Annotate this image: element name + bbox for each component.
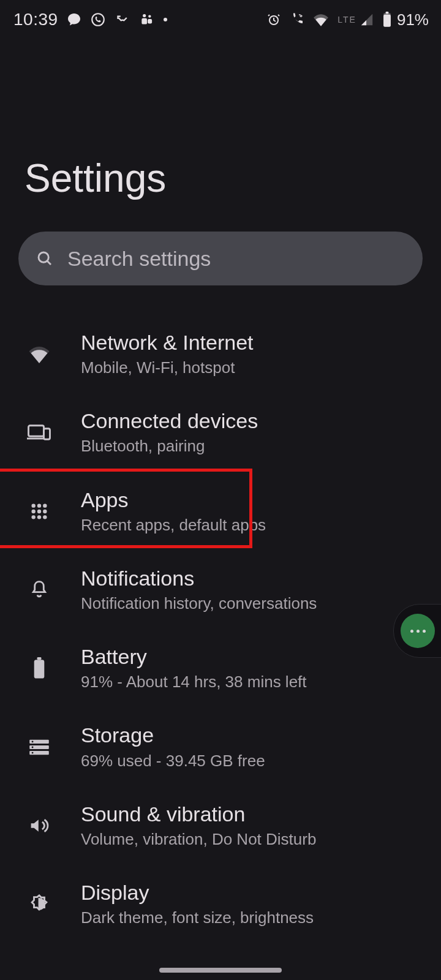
wifi-calling-icon: [290, 12, 304, 27]
item-title: Notifications: [81, 567, 317, 590]
svg-point-1: [143, 14, 146, 17]
wifi-icon: [313, 13, 329, 26]
settings-item-storage[interactable]: Storage 69% used - 39.45 GB free: [0, 707, 441, 786]
item-subtitle: Mobile, Wi-Fi, hotspot: [81, 358, 254, 377]
item-subtitle: 91% - About 14 hrs, 38 mins left: [81, 673, 307, 692]
svg-rect-11: [44, 429, 50, 440]
svg-point-19: [37, 515, 41, 519]
svg-point-17: [43, 510, 47, 513]
svg-point-13: [37, 503, 41, 507]
item-subtitle: Bluetooth, pairing: [81, 437, 258, 456]
item-subtitle: Dark theme, font size, brightness: [81, 908, 314, 927]
navigation-gesture-bar[interactable]: [159, 968, 282, 973]
svg-point-18: [31, 515, 35, 519]
battery-icon: [24, 654, 54, 683]
svg-point-9: [39, 252, 48, 262]
svg-point-14: [43, 503, 47, 507]
missed-call-icon: [115, 12, 130, 28]
battery-percentage: 91%: [397, 10, 429, 29]
page-title: Settings: [0, 39, 441, 201]
bell-icon: [24, 575, 54, 605]
wifi-icon: [24, 339, 54, 369]
settings-item-sound[interactable]: Sound & vibration Volume, vibration, Do …: [0, 786, 441, 865]
teams-icon: [139, 12, 155, 28]
svg-rect-3: [141, 18, 147, 24]
settings-item-network[interactable]: Network & Internet Mobile, Wi-Fi, hotspo…: [0, 315, 441, 393]
sound-icon: [24, 811, 54, 840]
more-notifications-dot: [164, 18, 167, 21]
settings-item-notifications[interactable]: Notifications Notification history, conv…: [0, 551, 441, 629]
item-subtitle: 69% used - 39.45 GB free: [81, 752, 265, 771]
brightness-icon: [24, 889, 54, 919]
settings-item-battery[interactable]: Battery 91% - About 14 hrs, 38 mins left: [0, 629, 441, 707]
settings-list: Network & Internet Mobile, Wi-Fi, hotspo…: [0, 315, 441, 943]
item-subtitle: Notification history, conversations: [81, 594, 317, 613]
svg-point-12: [31, 503, 35, 507]
whatsapp-icon: [90, 12, 106, 28]
svg-point-20: [43, 515, 47, 519]
item-title: Battery: [81, 645, 307, 669]
svg-point-28: [32, 752, 34, 753]
assistant-fab[interactable]: [393, 604, 441, 658]
settings-item-display[interactable]: Display Dark theme, font size, brightnes…: [0, 865, 441, 943]
battery-icon: [382, 12, 392, 28]
settings-item-connected[interactable]: Connected devices Bluetooth, pairing: [0, 393, 441, 472]
item-subtitle: Volume, vibration, Do Not Disturb: [81, 830, 316, 849]
search-icon: [36, 249, 54, 268]
status-bar: 10:39 LTE: [0, 0, 441, 39]
item-title: Connected devices: [81, 409, 258, 433]
status-left: 10:39: [13, 10, 167, 29]
item-title: Sound & vibration: [81, 802, 316, 826]
svg-rect-4: [148, 19, 152, 24]
alarm-icon: [266, 12, 281, 27]
svg-rect-21: [37, 657, 42, 660]
item-title: Display: [81, 881, 314, 905]
svg-point-26: [32, 741, 34, 742]
chat-icon: [67, 12, 81, 27]
item-title: Apps: [81, 488, 266, 512]
svg-point-16: [37, 510, 41, 513]
lte-label: LTE: [337, 15, 356, 24]
svg-point-27: [32, 746, 34, 748]
svg-rect-10: [29, 426, 44, 437]
svg-point-15: [31, 510, 35, 513]
status-right: LTE 91%: [266, 10, 429, 29]
search-placeholder: Search settings: [67, 247, 211, 271]
svg-point-2: [148, 15, 151, 17]
svg-point-0: [92, 13, 104, 26]
item-title: Network & Internet: [81, 331, 254, 355]
storage-icon: [24, 733, 54, 762]
item-subtitle: Recent apps, default apps: [81, 516, 266, 535]
apps-grid-icon: [24, 497, 54, 526]
svg-rect-7: [386, 12, 389, 14]
more-icon: [401, 614, 435, 648]
item-title: Storage: [81, 723, 265, 747]
status-clock: 10:39: [13, 10, 58, 29]
svg-rect-8: [383, 15, 391, 27]
settings-item-apps[interactable]: Apps Recent apps, default apps: [0, 472, 441, 551]
signal-icon: [360, 13, 374, 26]
search-settings[interactable]: Search settings: [18, 232, 423, 285]
svg-rect-22: [34, 660, 45, 678]
devices-icon: [24, 418, 54, 447]
